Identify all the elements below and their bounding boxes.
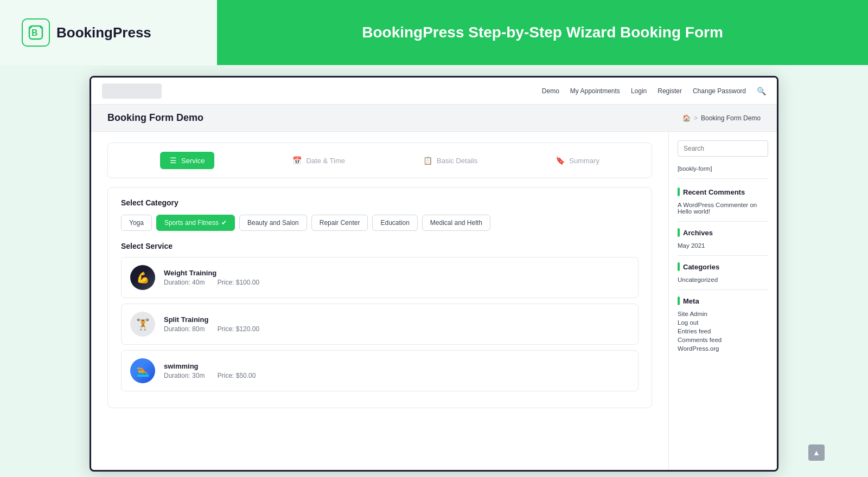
datetime-icon: 📅 (292, 156, 302, 165)
brand-name: BookingPress (56, 24, 151, 41)
tag-beauty-salon[interactable]: Beauty and Salon (239, 215, 307, 231)
service-duration-weight: Duration: 40m (164, 279, 210, 286)
wizard-steps: ☰ Service 📅 Date & Time 📋 Basic Details … (107, 143, 652, 178)
service-price-weight: Price: $100.00 (218, 279, 265, 286)
main-wrapper: Demo My Appointments Login Register Chan… (0, 65, 868, 477)
service-avatar-split: 🏋 (130, 312, 155, 337)
brand-icon: B (22, 18, 50, 47)
service-name-split: Split Training (164, 315, 270, 324)
nav-demo[interactable]: Demo (542, 87, 559, 95)
step-summary-label: Summary (569, 157, 599, 165)
nav-links: Demo My Appointments Login Register Chan… (542, 87, 766, 95)
divider-1 (678, 221, 768, 222)
meta-title: Meta (678, 296, 768, 305)
service-price-split: Price: $120.00 (218, 325, 265, 333)
select-category-title: Select Category (121, 198, 639, 207)
browser-nav: Demo My Appointments Login Register Chan… (91, 78, 777, 105)
header-title: BookingPress Step-by-Step Wizard Booking… (362, 24, 723, 41)
tag-education[interactable]: Education (372, 215, 417, 231)
service-name-weight: Weight Training (164, 269, 270, 277)
service-meta-weight: Duration: 40m Price: $100.00 (164, 279, 270, 286)
step-datetime-label: Date & Time (306, 157, 345, 165)
breadcrumb: 🏠 > Booking Form Demo (682, 114, 761, 122)
recent-comments-title: Recent Comments (678, 188, 768, 196)
sidebar-shortcode: [bookly-form] (678, 165, 768, 179)
archives-may-2021[interactable]: May 2021 (678, 242, 768, 249)
service-meta-split: Duration: 80m Price: $120.00 (164, 325, 270, 333)
category-uncategorized[interactable]: Uncategorized (678, 276, 768, 283)
recent-comment-author: A WordPress Commenter on Hello world! (678, 202, 768, 215)
page-title: Booking Form Demo (107, 112, 203, 124)
meta-log-out[interactable]: Log out (678, 319, 768, 326)
content-area: ☰ Service 📅 Date & Time 📋 Basic Details … (91, 132, 777, 470)
service-info-split: Split Training Duration: 80m Price: $120… (164, 315, 270, 333)
service-icon: ☰ (170, 156, 177, 165)
meta-site-admin[interactable]: Site Admin (678, 311, 768, 317)
summary-icon: 🔖 (556, 156, 565, 165)
step-summary[interactable]: 🔖 Summary (556, 156, 599, 165)
service-name-swim: swimming (164, 362, 266, 370)
category-tags: Yoga Sports and Fitness ✔ Beauty and Sal… (121, 215, 639, 231)
booking-main: ☰ Service 📅 Date & Time 📋 Basic Details … (91, 132, 668, 470)
step-service[interactable]: ☰ Service (160, 152, 214, 169)
service-price-swim: Price: $50.00 (218, 372, 261, 379)
sidebar: [bookly-form] Recent Comments A WordPres… (668, 132, 777, 470)
tag-repair-center[interactable]: Repair Center (311, 215, 368, 231)
service-avatar-swim: 🏊 (130, 358, 155, 383)
nav-logo (102, 83, 162, 99)
service-info-weight: Weight Training Duration: 40m Price: $10… (164, 269, 270, 286)
service-meta-swim: Duration: 30m Price: $50.00 (164, 372, 266, 379)
categories-title: Categories (678, 262, 768, 271)
meta-entries-feed[interactable]: Entries feed (678, 328, 768, 334)
brand-area: B BookingPress (0, 0, 217, 65)
meta-comments-feed[interactable]: Comments feed (678, 337, 768, 343)
step-basic-details[interactable]: 📋 Basic Details (423, 156, 477, 165)
tag-check-icon: ✔ (221, 219, 227, 227)
page-title-bar: Booking Form Demo 🏠 > Booking Form Demo (91, 105, 777, 132)
service-item-swimming[interactable]: 🏊 swimming Duration: 30m Price: $50.00 (121, 350, 639, 391)
breadcrumb-current: Booking Form Demo (701, 114, 761, 122)
tag-sports-fitness[interactable]: Sports and Fitness ✔ (156, 215, 235, 231)
divider-2 (678, 255, 768, 256)
scroll-to-top-button[interactable]: ▲ (808, 444, 825, 461)
step-datetime[interactable]: 📅 Date & Time (292, 156, 345, 165)
breadcrumb-home[interactable]: 🏠 (682, 114, 691, 122)
divider-3 (678, 289, 768, 290)
booking-card: Select Category Yoga Sports and Fitness … (107, 187, 652, 408)
nav-login[interactable]: Login (631, 87, 647, 95)
basic-details-icon: 📋 (423, 156, 432, 165)
step-service-label: Service (181, 157, 205, 165)
meta-wordpress-org[interactable]: WordPress.org (678, 345, 768, 352)
service-item-weight-training[interactable]: 💪 Weight Training Duration: 40m Price: $… (121, 257, 639, 298)
page-header: B BookingPress BookingPress Step-by-Step… (0, 0, 868, 65)
service-avatar-weight: 💪 (130, 265, 155, 290)
nav-change-password[interactable]: Change Password (693, 87, 746, 95)
service-duration-swim: Duration: 30m (164, 372, 210, 379)
nav-my-appointments[interactable]: My Appointments (570, 87, 620, 95)
service-duration-split: Duration: 80m (164, 325, 210, 333)
tag-sports-fitness-label: Sports and Fitness (164, 219, 219, 227)
step-basic-details-label: Basic Details (437, 157, 477, 165)
brand-logo: B BookingPress (22, 18, 151, 47)
tag-yoga[interactable]: Yoga (121, 215, 152, 231)
search-input[interactable] (678, 140, 768, 157)
select-service-title: Select Service (121, 242, 639, 250)
nav-search-icon[interactable]: 🔍 (757, 87, 766, 95)
browser-window: Demo My Appointments Login Register Chan… (90, 76, 778, 472)
tag-medical[interactable]: Medical and Helth (422, 215, 490, 231)
archives-title: Archives (678, 228, 768, 237)
breadcrumb-separator: > (694, 114, 698, 122)
svg-text:B: B (31, 28, 38, 37)
service-info-swim: swimming Duration: 30m Price: $50.00 (164, 362, 266, 379)
header-banner: BookingPress Step-by-Step Wizard Booking… (217, 0, 868, 65)
service-item-split-training[interactable]: 🏋 Split Training Duration: 80m Price: $1… (121, 304, 639, 345)
nav-register[interactable]: Register (658, 87, 682, 95)
